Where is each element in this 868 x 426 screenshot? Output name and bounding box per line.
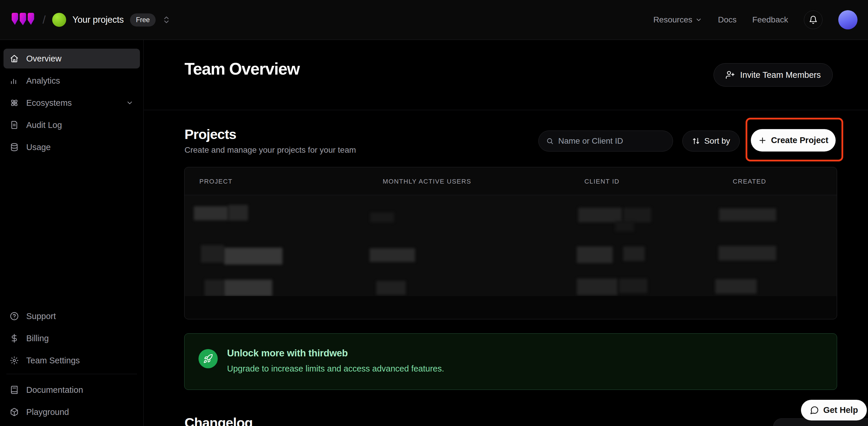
top-nav-links: Resources Docs Feedback xyxy=(653,10,858,29)
sidebar-divider xyxy=(6,374,137,374)
chevron-down-icon xyxy=(126,99,133,107)
project-search xyxy=(538,131,673,152)
sidebar-item-usage[interactable]: Usage xyxy=(3,137,140,157)
thirdweb-logo-icon[interactable] xyxy=(10,11,36,29)
sidebar-item-billing[interactable]: Billing xyxy=(3,328,140,348)
chat-bubble-icon xyxy=(810,405,819,415)
redacted-cell xyxy=(224,280,272,296)
top-navbar: / Your projects Free Resources Docs Feed… xyxy=(0,0,868,40)
redacted-cell xyxy=(228,205,248,221)
redacted-cell xyxy=(370,212,394,222)
redacted-cell xyxy=(205,280,224,296)
sidebar-item-team-settings[interactable]: Team Settings xyxy=(3,351,140,370)
sidebar-item-ecosystems[interactable]: Ecosystems xyxy=(3,93,140,113)
notifications-button[interactable] xyxy=(804,10,823,29)
plan-badge: Free xyxy=(130,13,155,27)
sidebar-item-analytics[interactable]: Analytics xyxy=(3,71,140,91)
sidebar-item-overview[interactable]: Overview xyxy=(3,48,140,68)
breadcrumb: / Your projects Free xyxy=(10,11,171,29)
redacted-band xyxy=(185,296,837,319)
nav-link-resources[interactable]: Resources xyxy=(653,15,702,25)
projects-section-subtitle: Create and manage your projects for your… xyxy=(185,145,356,155)
redacted-cell xyxy=(577,278,618,295)
help-circle-icon xyxy=(10,312,19,321)
plus-icon xyxy=(758,136,767,145)
team-name[interactable]: Your projects xyxy=(72,14,124,25)
redacted-cell xyxy=(615,221,634,232)
redacted-cell xyxy=(370,248,415,262)
projects-table-header: PROJECT MONTHLY ACTIVE USERS CLIENT ID C… xyxy=(185,167,837,195)
changelog-section-title: Changelog xyxy=(185,415,253,426)
redacted-cell xyxy=(715,279,757,294)
cube-icon xyxy=(10,407,19,416)
redacted-cell xyxy=(224,248,282,265)
create-project-button[interactable]: Create Project xyxy=(751,129,836,152)
team-avatar xyxy=(52,13,66,27)
breadcrumb-separator: / xyxy=(42,14,46,26)
redacted-cell xyxy=(619,278,647,293)
projects-section-title: Projects xyxy=(185,126,236,142)
user-plus-icon xyxy=(725,70,735,79)
sidebar-item-playground[interactable]: Playground xyxy=(3,402,140,422)
column-header-monthly-active-users: MONTHLY ACTIVE USERS xyxy=(383,178,471,185)
book-icon xyxy=(10,386,19,394)
sidebar-footer: Support Billing Team Settings xyxy=(3,306,140,424)
chevrons-up-down-icon[interactable] xyxy=(162,15,171,24)
redacted-cell xyxy=(578,208,622,222)
column-header-project: PROJECT xyxy=(199,178,232,185)
thirdweb-dashboard: / Your projects Free Resources Docs Feed… xyxy=(0,0,868,426)
file-text-icon xyxy=(10,121,19,129)
user-avatar[interactable] xyxy=(838,10,858,29)
redacted-cell xyxy=(719,208,776,221)
projects-table-rows-redacted[interactable] xyxy=(185,196,837,319)
sidebar-item-support[interactable]: Support xyxy=(3,306,140,326)
redacted-cell xyxy=(201,245,224,263)
column-header-client-id: CLIENT ID xyxy=(584,178,619,185)
get-help-button[interactable]: Get Help xyxy=(801,400,867,421)
upgrade-banner-title: Unlock more with thirdweb xyxy=(227,348,348,359)
redacted-cell xyxy=(623,247,645,261)
nav-link-feedback[interactable]: Feedback xyxy=(752,15,788,25)
database-icon xyxy=(10,143,19,152)
arrows-up-down-icon xyxy=(692,137,700,145)
redacted-cell xyxy=(577,247,613,263)
upgrade-banner-description: Upgrade to increase limits and access ad… xyxy=(227,364,444,373)
upgrade-banner[interactable]: Unlock more with thirdweb Upgrade to inc… xyxy=(184,333,837,390)
bar-chart-icon xyxy=(10,76,19,85)
page-title: Team Overview xyxy=(185,59,300,78)
gear-icon xyxy=(10,356,19,365)
redacted-cell xyxy=(623,208,651,222)
search-icon xyxy=(546,137,554,145)
bell-icon xyxy=(809,15,817,24)
redacted-cell xyxy=(718,246,776,261)
sidebar: Overview Analytics Ecosystems Audit Log xyxy=(0,40,144,426)
sidebar-item-documentation[interactable]: Documentation xyxy=(3,380,140,400)
sort-by-button[interactable]: Sort by xyxy=(682,131,740,152)
home-icon xyxy=(10,54,19,63)
redacted-cell xyxy=(194,206,228,220)
projects-table: PROJECT MONTHLY ACTIVE USERS CLIENT ID C… xyxy=(184,167,837,319)
project-search-input[interactable] xyxy=(558,136,665,146)
atom-icon xyxy=(10,98,19,107)
dollar-icon xyxy=(10,334,19,343)
sidebar-item-audit-log[interactable]: Audit Log xyxy=(3,115,140,135)
column-header-created: CREATED xyxy=(733,178,766,185)
rocket-icon xyxy=(198,349,218,368)
chevron-down-icon xyxy=(695,16,702,23)
redacted-cell xyxy=(376,281,406,295)
team-header-section: Team Overview Invite Team Members xyxy=(144,40,868,110)
invite-team-members-button[interactable]: Invite Team Members xyxy=(714,63,833,87)
main-content: Team Overview Invite Team Members Projec… xyxy=(144,40,868,426)
nav-link-docs[interactable]: Docs xyxy=(718,15,737,25)
